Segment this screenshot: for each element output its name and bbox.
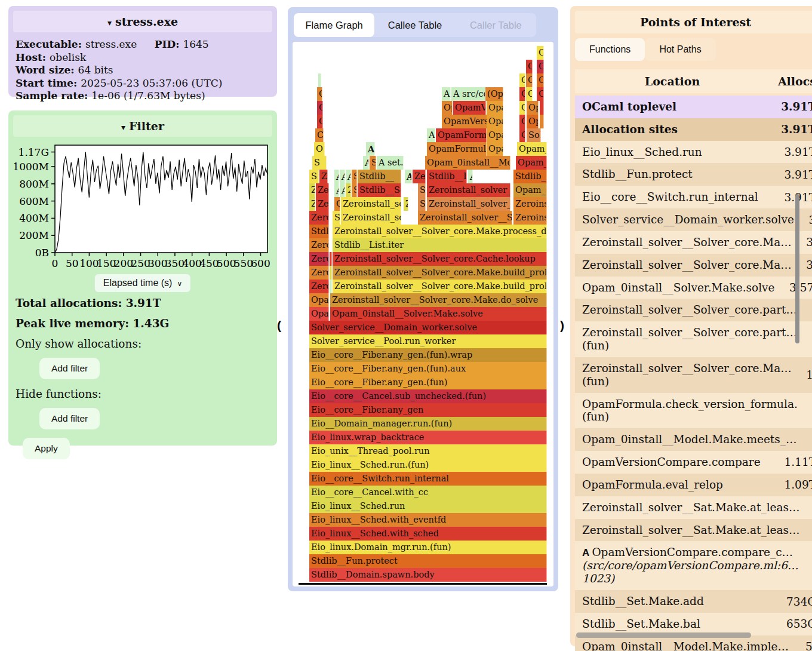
flame-segment[interactable]: Ze [316, 197, 329, 211]
flame-segment[interactable]: Opam [309, 293, 329, 307]
flame-segment[interactable] [540, 115, 544, 128]
flame-segment[interactable]: Ze [316, 183, 329, 197]
flame-segment[interactable]: Eio_linux__Sched.run [309, 499, 547, 513]
poi-row[interactable]: Zeroinstall_solver__Solver_core.part… (f… [575, 321, 812, 357]
flame-segment[interactable]: Stdlib__ [358, 170, 401, 183]
flame-segment[interactable]: Eio__core__Cancel.sub_unchecked.(fun) [309, 389, 547, 403]
flame-segment[interactable]: C [537, 73, 544, 87]
poi-row[interactable]: Stdlib__Set.Make.add734G [575, 590, 812, 613]
flame-segment[interactable] [318, 73, 321, 87]
flame-segment[interactable]: C [537, 60, 544, 73]
flame-segment[interactable]: C [317, 87, 322, 101]
flame-segment[interactable]: C [317, 101, 323, 115]
flame-segment[interactable]: Op: [442, 101, 453, 115]
poi-row[interactable]: OCaml toplevel3.91T [575, 96, 812, 118]
flame-segment[interactable]: A set.r [377, 156, 404, 170]
flame-segment[interactable]: A src/core [451, 87, 485, 101]
poi-row[interactable]: Zeroinstall_solver__Solver_core.Ma…3.89T [575, 231, 812, 254]
flame-segment[interactable]: Solv [527, 128, 541, 142]
poi-row[interactable]: Solver_service__Domain_worker.solve3.90T [575, 208, 812, 231]
flame-segment[interactable]: Zeroinstall_solver__Solver_ [427, 183, 510, 197]
flame-segment[interactable]: Eio__core__Fiber.any_gen.(fun) [309, 376, 547, 389]
flame-segment[interactable]: Eio_unix__Thread_pool.run [309, 444, 547, 458]
poi-row[interactable]: Zeroinstall_solver__Sat.Make.at_leas…1.0… [575, 496, 812, 519]
poi-row[interactable]: OpamFormula.check_version_formula. (fun)… [575, 393, 812, 429]
flame-segment[interactable]: Zeroinstall_solve [341, 211, 401, 225]
flame-segment[interactable]: St [418, 197, 426, 211]
flame-segment[interactable]: Opam [309, 307, 329, 321]
flame-segment[interactable]: A [340, 183, 345, 197]
flame-segment[interactable]: Eio_linux.Domain_mgr.run.(fun) [309, 541, 547, 554]
flame-segment[interactable]: A s [442, 87, 451, 101]
flame-segment[interactable]: S [352, 170, 357, 183]
poi-row[interactable]: OpamFormula.eval_relop1.09T [575, 474, 812, 496]
flame-segment[interactable]: C [315, 128, 324, 142]
flame-segment[interactable]: OpamVersion [442, 115, 487, 128]
flame-segment[interactable]: OpamFormul [436, 128, 487, 142]
flame-segment[interactable]: Opam_ [517, 142, 547, 156]
flame-segment[interactable]: OpamVer [453, 101, 486, 115]
flame-segment[interactable]: S [309, 170, 319, 183]
flame-segment[interactable]: Zc [319, 170, 328, 183]
add-hide-function-filter-button[interactable]: Add filter [39, 408, 100, 429]
flame-segment[interactable]: Op [519, 115, 525, 128]
tab-functions[interactable]: Functions [575, 38, 645, 61]
poi-row[interactable]: Eio__core__Switch.run_internal3.91T [575, 186, 812, 208]
flame-segment[interactable]: Zeroinstall_solver__Solver_core.Cache.lo… [333, 252, 547, 266]
flame-segment[interactable]: Opam_0 [516, 156, 547, 170]
flame-segment[interactable]: Zeroinstall_solver__Solver_core.Make.bui… [333, 266, 547, 280]
poi-row[interactable]: Stdlib__Fun.protect3.91T [575, 163, 812, 186]
flame-segment[interactable]: C [526, 60, 533, 73]
poi-row[interactable]: Zeroinstall_solver__Sat.Make.at_leas…990… [575, 519, 812, 542]
flame-segment[interactable]: Zeroi [309, 211, 329, 225]
flame-segment[interactable]: Eio__core__Fiber.any_gen.(fun).aux [309, 362, 547, 376]
flame-segment[interactable]: Opam [487, 115, 503, 128]
flame-segment[interactable]: A [346, 170, 351, 183]
apply-button[interactable]: Apply [23, 438, 70, 459]
flame-segment[interactable]: Eio__core__Fiber.any_gen [309, 403, 547, 417]
flame-segment[interactable] [330, 266, 332, 280]
flame-segment[interactable]: Eio_linux__Sched.run.(fun) [309, 458, 547, 472]
flame-segment[interactable]: 2 [346, 183, 351, 197]
flame-segment[interactable]: Stdlib__ [513, 170, 547, 183]
flame-segment[interactable]: A [468, 170, 473, 183]
flame-segment[interactable]: A [334, 170, 339, 183]
flame-segment[interactable]: Opam_0install__Solver.Make.solve [330, 307, 547, 321]
flame-segment[interactable]: Zeroi [309, 238, 329, 252]
flame-segment[interactable]: Zeroinstall_solver__Solver_core.Make.pro… [333, 225, 547, 238]
flame-segment[interactable]: A [363, 156, 369, 170]
flame-segment[interactable]: C [537, 46, 544, 60]
poi-row[interactable]: Allocation sites3.91T [575, 118, 812, 141]
poi-row[interactable]: A OpamVersionCompare.compare_c…(src/core… [575, 541, 812, 590]
flame-segment[interactable]: Zeroinsta [513, 197, 547, 211]
flame-segment[interactable]: Zeroinstall_solver__Solver_co. [427, 197, 510, 211]
flame-segment[interactable] [330, 280, 332, 293]
flame-segment[interactable]: Stdlib__List.for_all [427, 170, 467, 183]
flame-segment[interactable]: Eio__Domain_manager.run.(fun) [309, 417, 547, 431]
flame-segment[interactable]: Zeroinstall_solver__Solver_core.Make.do_… [330, 293, 547, 307]
flame-segment[interactable]: Op. [527, 101, 539, 115]
left-pane-resize-handle[interactable]: ( [277, 318, 281, 333]
flame-segment[interactable]: S [352, 183, 357, 197]
flame-segment[interactable]: Opam [487, 142, 503, 156]
flame-segment[interactable]: Eio__core__Cancel.with_cc [309, 486, 547, 499]
flame-segment[interactable] [330, 252, 332, 266]
tab-callee-table[interactable]: Callee Table [374, 13, 455, 37]
poi-row[interactable]: Zeroinstall_solver__Solver_core.Ma… (fun… [575, 357, 812, 393]
tab-caller-table[interactable]: Caller Table [456, 13, 536, 37]
flame-segment[interactable]: Zeroi [309, 266, 329, 280]
vertical-scrollbar[interactable] [795, 194, 799, 343]
flame-segment[interactable]: C [317, 115, 323, 128]
right-pane-resize-handle[interactable]: ) [560, 318, 564, 333]
flame-segment[interactable]: Eio__core__Switch.run_internal [309, 472, 547, 486]
filter-panel-header[interactable]: ▾Filter [13, 115, 272, 137]
flame-segment[interactable]: Opam_0install__Mod [425, 156, 510, 170]
flame-segment[interactable]: Opam_0i [513, 183, 547, 197]
flame-segment[interactable]: Op. [527, 115, 539, 128]
flame-segment[interactable]: A [340, 170, 345, 183]
live-memory-chart-box[interactable]: 1.17G1000M800M600M400M200M0B050100150200… [14, 142, 271, 269]
flame-segment[interactable]: Stdlib__Se [358, 183, 401, 197]
poi-row[interactable]: Zeroinstall_solver__Solver_core.Ma…3.82T [575, 254, 812, 277]
add-allocation-filter-button[interactable]: Add filter [39, 358, 100, 379]
flame-segment[interactable]: Zeroinsta [513, 211, 547, 225]
